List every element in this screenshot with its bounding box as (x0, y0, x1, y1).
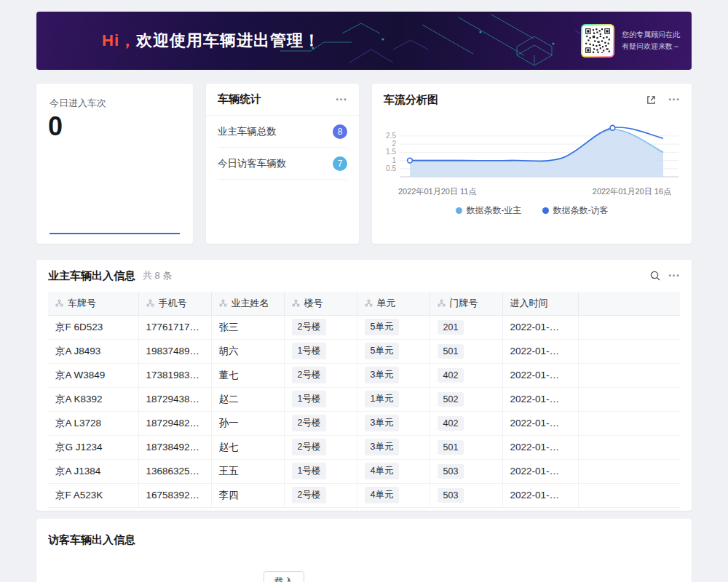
tag: 2号楼 (292, 319, 327, 335)
column-header-label: 门牌号 (450, 298, 478, 308)
banner-title-main: 欢迎使用车辆进出管理！ (136, 31, 320, 49)
column-header[interactable]: 车牌号 (48, 292, 138, 315)
cell-time: 2022-01-… (502, 483, 578, 507)
banner-title-prefix: Hi， (102, 31, 136, 49)
chart-card-title: 车流分析图 (384, 93, 438, 107)
svg-text:0.5: 0.5 (386, 164, 396, 172)
field-icon (55, 299, 63, 307)
owner-vehicle-table: 车牌号手机号业主姓名楼号单元门牌号进入时间京F 6D52317761717…张三… (48, 292, 680, 508)
svg-text:2: 2 (392, 140, 396, 148)
tag: 501 (438, 344, 464, 359)
stat-label: 业主车辆总数 (218, 125, 277, 138)
cell-unit: 4单元 (357, 483, 430, 507)
legend-item[interactable]: 数据条数-业主 (456, 204, 522, 217)
column-header[interactable]: 楼号 (284, 292, 357, 315)
search-icon[interactable] (649, 270, 661, 282)
table-row[interactable]: 京A W384917381983…董七2号楼3单元4022022-01-… (48, 363, 680, 387)
load-button[interactable]: 载入 (264, 571, 304, 582)
tag: 503 (438, 488, 464, 503)
table-row[interactable]: 京A K839218729438…赵二1号楼1单元5022022-01-… (48, 387, 680, 411)
table-row[interactable]: 京F A523K16758392…李四2号楼4单元5032022-01-… (48, 483, 680, 507)
legend-item[interactable]: 数据条数-访客 (542, 204, 609, 217)
cell-unit: 3单元 (357, 435, 430, 459)
column-header[interactable]: 业主姓名 (211, 292, 284, 315)
column-header[interactable]: 门牌号 (430, 292, 502, 315)
stats-list: 业主车辆总数8今日访客车辆数7 (206, 116, 359, 180)
cell-name: 王五 (211, 459, 284, 483)
table-row[interactable]: 京G J123418738492…赵七2号楼3单元5012022-01-… (48, 435, 680, 459)
cell-door: 501 (430, 435, 502, 459)
cell-time: 2022-01-… (502, 435, 578, 459)
cell-door: 501 (430, 339, 502, 363)
line-chart: 0.511.522.5 (378, 119, 684, 186)
cell-plate: 京F 6D523 (48, 315, 138, 339)
stats-card-title: 车辆统计 (218, 92, 261, 106)
cell-empty (578, 483, 680, 507)
cell-plate: 京A W3849 (48, 363, 138, 387)
stat-label: 今日访客车辆数 (218, 157, 287, 170)
cell-phone: 19837489… (138, 339, 211, 363)
tag: 1号楼 (292, 391, 327, 407)
more-icon[interactable]: ··· (336, 94, 347, 105)
cell-name: 赵七 (211, 435, 284, 459)
stat-item: 业主车辆总数8 (218, 116, 347, 148)
column-header[interactable]: 进入时间 (502, 292, 578, 315)
field-icon (146, 299, 154, 307)
cell-unit: 3单元 (357, 411, 430, 435)
owner-vehicle-table-card: 业主车辆出入信息 共 8 条 ··· 车牌号手机号业主姓名楼号单元门牌号进入时间… (36, 260, 692, 511)
column-header-label: 进入时间 (510, 298, 548, 308)
chart-legend: 数据条数-业主数据条数-访客 (372, 204, 692, 217)
more-icon[interactable]: ··· (668, 270, 680, 282)
cell-phone: 17381983… (138, 363, 211, 387)
cell-plate: 京A J1384 (48, 459, 138, 483)
accent-underline (50, 233, 180, 234)
tag: 3单元 (365, 439, 400, 455)
cell-empty (578, 315, 680, 339)
field-icon (219, 299, 227, 307)
column-header[interactable]: 手机号 (138, 292, 211, 315)
cell-building: 1号楼 (284, 459, 357, 483)
table-row[interactable]: 京A J849319837489…胡六1号楼5单元5012022-01-… (48, 339, 680, 363)
tag: 2号楼 (292, 367, 327, 383)
column-header (578, 292, 680, 315)
table-row[interactable]: 京F 6D52317761717…张三2号楼5单元2012022-01-… (48, 315, 680, 339)
tag: 2号楼 (292, 487, 327, 503)
more-icon[interactable]: ··· (668, 94, 680, 105)
x-axis-label-end: 2022年01月20日 16点 (593, 186, 671, 197)
tag: 502 (438, 392, 464, 407)
tag: 501 (438, 440, 464, 455)
column-header-label: 手机号 (159, 298, 187, 308)
cell-unit: 5单元 (357, 315, 430, 339)
cell-building: 2号楼 (284, 435, 357, 459)
column-header[interactable]: 单元 (357, 292, 430, 315)
traffic-chart-card: 车流分析图 ··· 0.511.522.5 2022年01月20日 11点 20… (372, 84, 692, 244)
qr-caption-line1: 您的专属顾问在此 (622, 29, 680, 41)
tag: 5单元 (365, 319, 400, 335)
cell-empty (578, 387, 680, 411)
cell-phone: 17761717… (138, 315, 211, 339)
cell-empty (578, 435, 680, 459)
field-icon (438, 299, 446, 307)
cell-time: 2022-01-… (502, 339, 578, 363)
cell-unit: 3单元 (357, 363, 430, 387)
stat-item: 今日访客车辆数7 (218, 148, 347, 180)
export-icon[interactable] (646, 95, 657, 105)
cell-door: 402 (430, 363, 502, 387)
column-header-label: 楼号 (304, 298, 323, 308)
cell-name: 孙一 (211, 411, 284, 435)
dashboard-page: Hi，欢迎使用车辆进出管理！ (0, 0, 728, 582)
svg-text:1.5: 1.5 (386, 148, 396, 156)
today-entry-card: 今日进入车次 0 (36, 84, 193, 244)
table-row[interactable]: 京A L372818729482…孙一2号楼3单元4022022-01-… (48, 411, 680, 435)
visitor-vehicle-table-card: 访客车辆出入信息 载入 (36, 519, 692, 582)
legend-dot-icon (456, 207, 462, 214)
column-header-label: 业主姓名 (232, 298, 269, 308)
table-row[interactable]: 京A J138413686325…王五1号楼4单元5032022-01-… (48, 459, 680, 483)
cell-name: 董七 (211, 363, 284, 387)
cell-unit: 4单元 (357, 459, 430, 483)
tag: 1号楼 (292, 463, 327, 479)
chart-x-axis-labels: 2022年01月20日 11点 2022年01月20日 16点 (372, 186, 692, 197)
cell-time: 2022-01-… (502, 363, 578, 387)
cell-time: 2022-01-… (502, 411, 578, 435)
cell-plate: 京F A523K (48, 483, 138, 507)
